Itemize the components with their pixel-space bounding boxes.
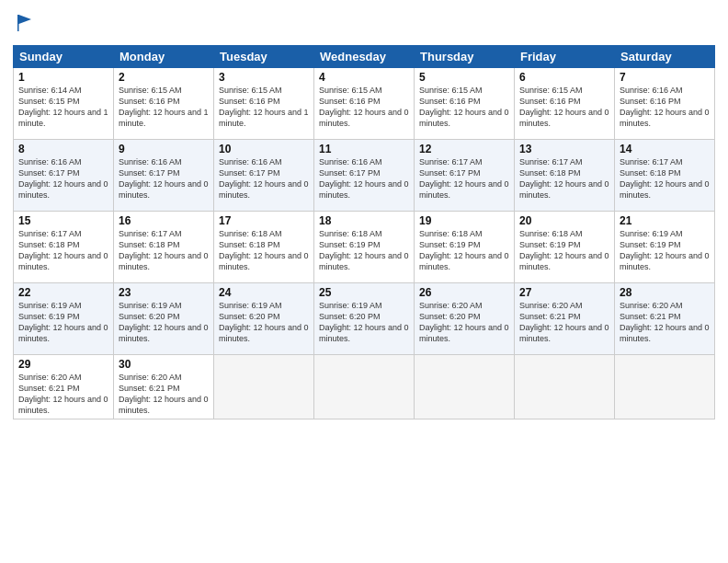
day-number: 26 <box>419 286 509 299</box>
calendar-cell <box>615 354 715 419</box>
day-number: 12 <box>419 143 509 155</box>
day-number: 9 <box>119 143 209 155</box>
day-number: 23 <box>119 286 209 299</box>
day-number: 29 <box>18 358 108 371</box>
header <box>13 9 715 38</box>
cell-info: Sunrise: 6:16 AMSunset: 6:17 PMDaylight:… <box>319 156 409 201</box>
cell-info: Sunrise: 6:17 AMSunset: 6:18 PMDaylight:… <box>18 228 108 273</box>
day-number: 13 <box>519 143 609 155</box>
day-number: 4 <box>319 71 409 84</box>
week-row-5: 29Sunrise: 6:20 AMSunset: 6:21 PMDayligh… <box>14 354 715 419</box>
day-number: 24 <box>219 286 309 299</box>
day-number: 18 <box>319 214 409 227</box>
cell-info: Sunrise: 6:17 AMSunset: 6:18 PMDaylight:… <box>620 156 710 201</box>
day-number: 30 <box>119 358 209 371</box>
calendar-cell: 25Sunrise: 6:19 AMSunset: 6:20 PMDayligh… <box>314 282 415 354</box>
day-number: 5 <box>419 71 509 84</box>
calendar-cell <box>214 354 314 419</box>
cell-info: Sunrise: 6:17 AMSunset: 6:18 PMDaylight:… <box>519 156 609 201</box>
cell-info: Sunrise: 6:14 AMSunset: 6:15 PMDaylight:… <box>18 85 108 130</box>
calendar-cell <box>415 354 515 419</box>
cell-info: Sunrise: 6:20 AMSunset: 6:21 PMDaylight:… <box>620 300 710 345</box>
calendar-cell: 29Sunrise: 6:20 AMSunset: 6:21 PMDayligh… <box>14 354 114 419</box>
calendar-cell: 13Sunrise: 6:17 AMSunset: 6:18 PMDayligh… <box>515 139 615 211</box>
week-row-1: 1Sunrise: 6:14 AMSunset: 6:15 PMDaylight… <box>14 67 715 139</box>
day-number: 22 <box>18 286 108 299</box>
col-header-tuesday: Tuesday <box>214 45 314 67</box>
calendar-cell: 18Sunrise: 6:18 AMSunset: 6:19 PMDayligh… <box>314 211 415 282</box>
week-row-4: 22Sunrise: 6:19 AMSunset: 6:19 PMDayligh… <box>14 282 715 354</box>
calendar-cell: 30Sunrise: 6:20 AMSunset: 6:21 PMDayligh… <box>114 354 214 419</box>
cell-info: Sunrise: 6:19 AMSunset: 6:19 PMDaylight:… <box>18 300 108 345</box>
cell-info: Sunrise: 6:20 AMSunset: 6:21 PMDaylight:… <box>119 372 209 417</box>
calendar-cell: 15Sunrise: 6:17 AMSunset: 6:18 PMDayligh… <box>14 211 114 282</box>
calendar-cell: 27Sunrise: 6:20 AMSunset: 6:21 PMDayligh… <box>515 282 615 354</box>
day-number: 17 <box>219 214 309 227</box>
cell-info: Sunrise: 6:15 AMSunset: 6:16 PMDaylight:… <box>519 85 609 130</box>
week-row-3: 15Sunrise: 6:17 AMSunset: 6:18 PMDayligh… <box>14 211 715 282</box>
cell-info: Sunrise: 6:20 AMSunset: 6:21 PMDaylight:… <box>519 300 609 345</box>
day-number: 15 <box>18 214 108 227</box>
day-number: 1 <box>18 71 108 84</box>
cell-info: Sunrise: 6:15 AMSunset: 6:16 PMDaylight:… <box>419 85 509 130</box>
cell-info: Sunrise: 6:18 AMSunset: 6:19 PMDaylight:… <box>319 228 409 273</box>
calendar-cell: 1Sunrise: 6:14 AMSunset: 6:15 PMDaylight… <box>14 67 114 139</box>
cell-info: Sunrise: 6:17 AMSunset: 6:18 PMDaylight:… <box>119 228 209 273</box>
calendar-cell: 26Sunrise: 6:20 AMSunset: 6:20 PMDayligh… <box>415 282 515 354</box>
col-header-friday: Friday <box>515 45 615 67</box>
cell-info: Sunrise: 6:18 AMSunset: 6:18 PMDaylight:… <box>219 228 309 273</box>
day-number: 11 <box>319 143 409 155</box>
calendar-cell: 28Sunrise: 6:20 AMSunset: 6:21 PMDayligh… <box>615 282 715 354</box>
calendar-cell: 19Sunrise: 6:18 AMSunset: 6:19 PMDayligh… <box>415 211 515 282</box>
cell-info: Sunrise: 6:20 AMSunset: 6:20 PMDaylight:… <box>419 300 509 345</box>
day-number: 19 <box>419 214 509 227</box>
cell-info: Sunrise: 6:20 AMSunset: 6:21 PMDaylight:… <box>18 372 108 417</box>
day-number: 10 <box>219 143 309 155</box>
logo <box>13 13 35 38</box>
day-number: 16 <box>119 214 209 227</box>
calendar-cell <box>314 354 415 419</box>
calendar-cell: 20Sunrise: 6:18 AMSunset: 6:19 PMDayligh… <box>515 211 615 282</box>
calendar-cell: 6Sunrise: 6:15 AMSunset: 6:16 PMDaylight… <box>515 67 615 139</box>
cell-info: Sunrise: 6:17 AMSunset: 6:17 PMDaylight:… <box>419 156 509 201</box>
cell-info: Sunrise: 6:19 AMSunset: 6:20 PMDaylight:… <box>319 300 409 345</box>
calendar-cell: 3Sunrise: 6:15 AMSunset: 6:16 PMDaylight… <box>214 67 314 139</box>
calendar-cell: 2Sunrise: 6:15 AMSunset: 6:16 PMDaylight… <box>114 67 214 139</box>
cell-info: Sunrise: 6:16 AMSunset: 6:17 PMDaylight:… <box>119 156 209 201</box>
header-row: SundayMondayTuesdayWednesdayThursdayFrid… <box>14 45 715 67</box>
day-number: 7 <box>620 71 710 84</box>
page: SundayMondayTuesdayWednesdayThursdayFrid… <box>0 0 728 563</box>
calendar-cell: 21Sunrise: 6:19 AMSunset: 6:19 PMDayligh… <box>615 211 715 282</box>
day-number: 2 <box>119 71 209 84</box>
day-number: 28 <box>620 286 710 299</box>
calendar-cell: 4Sunrise: 6:15 AMSunset: 6:16 PMDaylight… <box>314 67 415 139</box>
calendar-cell: 12Sunrise: 6:17 AMSunset: 6:17 PMDayligh… <box>415 139 515 211</box>
cell-info: Sunrise: 6:19 AMSunset: 6:19 PMDaylight:… <box>620 228 710 273</box>
cell-info: Sunrise: 6:16 AMSunset: 6:17 PMDaylight:… <box>18 156 108 201</box>
day-number: 14 <box>620 143 710 155</box>
cell-info: Sunrise: 6:19 AMSunset: 6:20 PMDaylight:… <box>119 300 209 345</box>
day-number: 25 <box>319 286 409 299</box>
calendar-cell: 16Sunrise: 6:17 AMSunset: 6:18 PMDayligh… <box>114 211 214 282</box>
cell-info: Sunrise: 6:15 AMSunset: 6:16 PMDaylight:… <box>319 85 409 130</box>
calendar-cell: 7Sunrise: 6:16 AMSunset: 6:16 PMDaylight… <box>615 67 715 139</box>
calendar-cell: 9Sunrise: 6:16 AMSunset: 6:17 PMDaylight… <box>114 139 214 211</box>
calendar-cell: 10Sunrise: 6:16 AMSunset: 6:17 PMDayligh… <box>214 139 314 211</box>
calendar-cell: 5Sunrise: 6:15 AMSunset: 6:16 PMDaylight… <box>415 67 515 139</box>
col-header-monday: Monday <box>114 45 214 67</box>
day-number: 20 <box>519 214 609 227</box>
calendar-cell: 23Sunrise: 6:19 AMSunset: 6:20 PMDayligh… <box>114 282 214 354</box>
calendar-cell: 14Sunrise: 6:17 AMSunset: 6:18 PMDayligh… <box>615 139 715 211</box>
cell-info: Sunrise: 6:16 AMSunset: 6:17 PMDaylight:… <box>219 156 309 201</box>
col-header-wednesday: Wednesday <box>314 45 415 67</box>
svg-marker-0 <box>17 15 31 31</box>
cell-info: Sunrise: 6:16 AMSunset: 6:16 PMDaylight:… <box>620 85 710 130</box>
day-number: 6 <box>519 71 609 84</box>
day-number: 21 <box>620 214 710 227</box>
cell-info: Sunrise: 6:15 AMSunset: 6:16 PMDaylight:… <box>219 85 309 130</box>
col-header-sunday: Sunday <box>14 45 114 67</box>
day-number: 27 <box>519 286 609 299</box>
calendar-cell: 24Sunrise: 6:19 AMSunset: 6:20 PMDayligh… <box>214 282 314 354</box>
cell-info: Sunrise: 6:15 AMSunset: 6:16 PMDaylight:… <box>119 85 209 130</box>
cell-info: Sunrise: 6:18 AMSunset: 6:19 PMDaylight:… <box>519 228 609 273</box>
